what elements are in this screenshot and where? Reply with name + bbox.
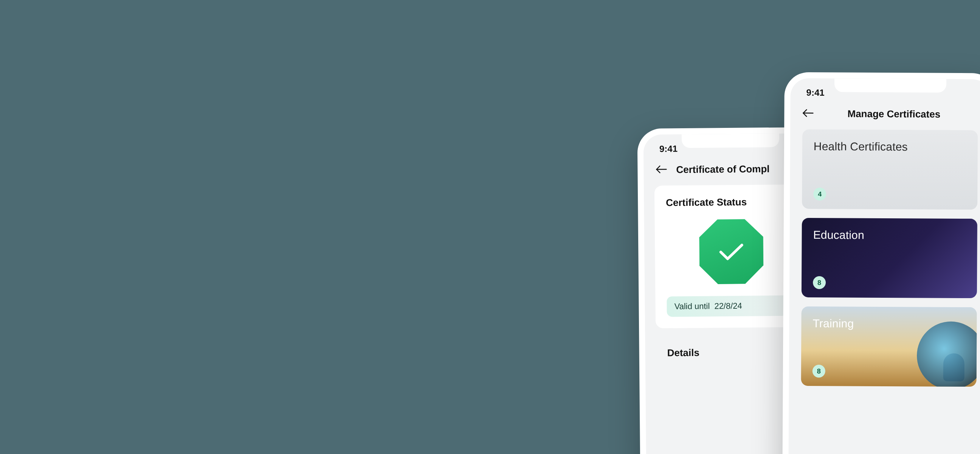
category-title: Health Certificates bbox=[814, 140, 966, 154]
phone-manage-certificates: 9:41 Manage Certificates Health Certific… bbox=[782, 72, 980, 454]
status-time: 9:41 bbox=[807, 88, 825, 98]
page-title: Manage Certificates bbox=[810, 108, 978, 120]
notch bbox=[682, 134, 779, 148]
checkmark-badge-icon bbox=[697, 218, 766, 287]
category-card-health[interactable]: Health Certificates 4 bbox=[802, 129, 978, 210]
back-icon[interactable] bbox=[655, 164, 667, 175]
category-title: Education bbox=[813, 228, 966, 242]
valid-label: Valid until bbox=[674, 301, 710, 312]
category-card-education[interactable]: Education 8 bbox=[802, 218, 977, 298]
screen: 9:41 Manage Certificates Health Certific… bbox=[788, 78, 980, 454]
valid-until-pill: Valid until 22/8/24 bbox=[667, 295, 797, 317]
status-time: 9:41 bbox=[659, 143, 678, 154]
category-title: Training bbox=[813, 317, 965, 331]
category-count-badge: 8 bbox=[813, 276, 826, 289]
valid-date: 22/8/24 bbox=[714, 301, 742, 311]
nav-row: Manage Certificates bbox=[790, 101, 980, 131]
category-card-training[interactable]: Training 8 bbox=[801, 306, 977, 387]
status-badge bbox=[666, 218, 797, 287]
category-count-badge: 4 bbox=[813, 188, 826, 201]
category-count-badge: 8 bbox=[813, 365, 826, 378]
notch bbox=[834, 78, 947, 93]
pilot-silhouette-icon bbox=[943, 354, 964, 381]
page-title: Certificate of Compl bbox=[676, 163, 769, 175]
status-heading: Certificate Status bbox=[666, 196, 796, 209]
